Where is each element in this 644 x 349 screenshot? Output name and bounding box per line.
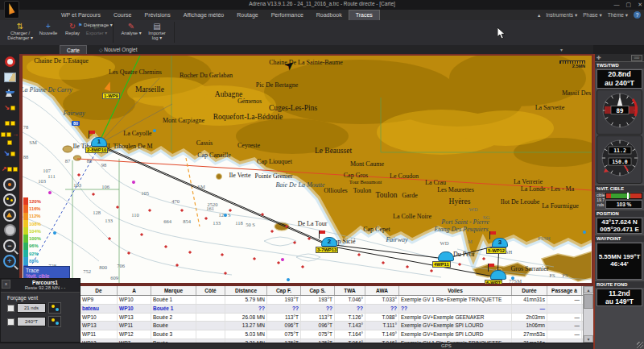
col-dur-e[interactable]: Durée [512,286,547,295]
menu-course[interactable]: Course [107,10,138,20]
menu-roadbook[interactable]: Roadbook [310,10,349,20]
adrena-app: Adrena V13.9.1.26 - 24_11_2016_a.trc - R… [0,0,644,349]
circle-check-icon[interactable] [0,207,19,222]
legend-label: 88% [29,259,39,264]
wind-dir-checkbox[interactable] [7,318,14,326]
waypoint-label: 2-8WP10 [85,147,108,153]
col-a[interactable]: A [118,286,151,295]
boat-gauge-icon[interactable] [0,85,19,100]
depth-label: FS [562,272,568,278]
depth-label: 105 [141,190,149,196]
col-marque[interactable]: Marque [151,286,196,295]
table-row[interactable]: WP11WP12Bouée 35.03 MN075°T075°TT.164°T.… [80,330,593,339]
col-awa[interactable]: AWA [365,286,399,295]
col-voiles[interactable]: Voiles [399,286,512,295]
col-de[interactable]: De [80,286,118,295]
depth-label: 110 [131,212,139,218]
nouvelle-button[interactable]: +Nouvelle [37,22,60,41]
depth-label: 133 [213,220,221,226]
col-twa[interactable]: TWA [335,286,365,295]
menu-th-me[interactable]: Thème ▾ [608,12,628,19]
menu-routage[interactable]: Routage [230,10,264,20]
help-button[interactable]: ? [634,11,641,19]
table-row[interactable]: WP13WP11Bouée13.27 MN096°T096°TT.143°T.1… [80,322,593,330]
position-header: POSITION [595,210,644,217]
route-red-arrow-icon[interactable]: ↘ [0,100,19,115]
menu-wp-et-parcours[interactable]: WP et Parcours [55,10,107,20]
move-icon[interactable]: ✚ [597,55,601,61]
scroll-up-icon[interactable]: ▲ [584,286,593,293]
position-lat: 43°17.624 N [597,218,642,226]
panel-options-icon[interactable]: 000 [631,55,642,61]
zoom-in-icon[interactable]: + [0,253,19,268]
waypoint-time: 46:44' [597,260,642,268]
tab-nouvel-onglet[interactable]: ◇ Nouvel Onglet [93,45,143,54]
scroll-thumb[interactable] [584,294,593,309]
blue-arrow-icon[interactable]: ↘ [0,146,19,161]
tabbar-dropdown-icon[interactable]: ▾ [560,47,563,52]
tab-carte[interactable]: Carte [60,45,87,54]
col-cap-f-[interactable]: Cap F. [267,286,301,295]
place-label: Massif Des [562,89,591,97]
menu-affichage-m-t-o[interactable]: Affichage météo [177,10,230,20]
depth-label: 103 [38,178,46,184]
wind-dir-button[interactable] [48,316,61,327]
legend-label: 120% [29,199,41,204]
marks-pair-icon[interactable] [0,115,19,131]
wind-speed-field[interactable]: 21 nds [17,303,46,313]
depannage-button[interactable]: ⚑ Dépannage ▾ [78,22,113,27]
col-cap-s-[interactable]: Cap S. [301,286,335,295]
table-cell: — [547,322,582,330]
table-cell: — [547,330,582,339]
vit-cible-percent: 103 % [605,200,642,209]
importer-log-button[interactable]: ▤Importer log ▾ [145,22,169,41]
analyse-button[interactable]: ✎Analyse ▾ [119,22,143,41]
menu-instruments[interactable]: Instruments ▾ [546,12,577,19]
table-cell: ?? [365,305,399,313]
place-label: La Londe - Les - Ma [521,185,574,193]
parcours-close-button[interactable]: x [2,280,10,289]
col-distance[interactable]: Distance [225,286,267,295]
route-marks-icon[interactable]: ↗ [0,161,19,177]
resize-grip[interactable] [637,342,643,348]
menu-performance[interactable]: Performance [265,10,310,20]
marks-grid-icon[interactable]: → [0,131,19,146]
col-c-t-[interactable]: Côté [196,286,225,295]
place-label: La Fourmigue [542,202,579,210]
table-row[interactable]: bateauWP10Bouée 1????????????— [80,305,593,314]
wind-dir-field[interactable]: 240°T [17,317,46,326]
maximize-button[interactable]: ▢ [626,0,632,9]
legend-swatch [23,235,28,242]
mob-lifebuoy-icon[interactable] [0,54,19,69]
chart-icon[interactable] [0,69,19,85]
table-row[interactable]: WP9WP10Bouée 15.79 MN193°T193°TT.046°T.0… [80,296,593,305]
gray-circle-icon[interactable] [0,222,19,238]
gauge-course-value: 150.0 [612,159,628,165]
close-button[interactable]: ✕ [638,0,642,9]
legend-swatch [23,205,28,212]
wind-speed-button[interactable] [48,302,61,314]
depth-label: 50 S [246,222,255,227]
charger-décharger-button[interactable]: ⇅Charger / Décharger ▾ [5,22,35,41]
menu-phase[interactable]: Phase ▾ [583,12,602,19]
tws-header: TWS/TWD [595,61,644,69]
minimize-button[interactable]: — [614,0,620,9]
instrument-panel-header[interactable]: ✚ 000 [595,54,644,61]
table-scrollbar[interactable]: ▲ ▼ [583,286,593,343]
col-passage-[interactable]: Passage à [547,286,582,295]
table-row[interactable]: WP10WP13Bouée 226.08 MN113°T113°TT.126°T… [80,314,593,322]
circle-yellow-dots-icon[interactable] [0,192,19,207]
wind-speed-checkbox[interactable] [7,305,14,312]
table-cell: Exemple GV+Exemple SPI LOURD [399,322,512,330]
circle-orange-dot-icon[interactable] [0,177,19,192]
table-cell: Bouée 1 [151,305,196,313]
menu-traces[interactable]: Traces [349,10,380,20]
menu-pr-visions[interactable]: Prévisions [138,10,176,20]
collapse-ribbon-icon[interactable]: ▴ [538,12,540,19]
table-cell: 075°T [301,330,335,339]
nautical-chart[interactable]: Chaine De L'EstaqueLes Quatre CheminsRoc… [21,54,593,285]
legend-entry: 116% [23,205,41,212]
scroll-down-icon[interactable]: ▼ [584,335,593,343]
wind-angle-gauge: 89 [597,89,642,135]
zoom-out-icon[interactable]: − [0,238,19,253]
